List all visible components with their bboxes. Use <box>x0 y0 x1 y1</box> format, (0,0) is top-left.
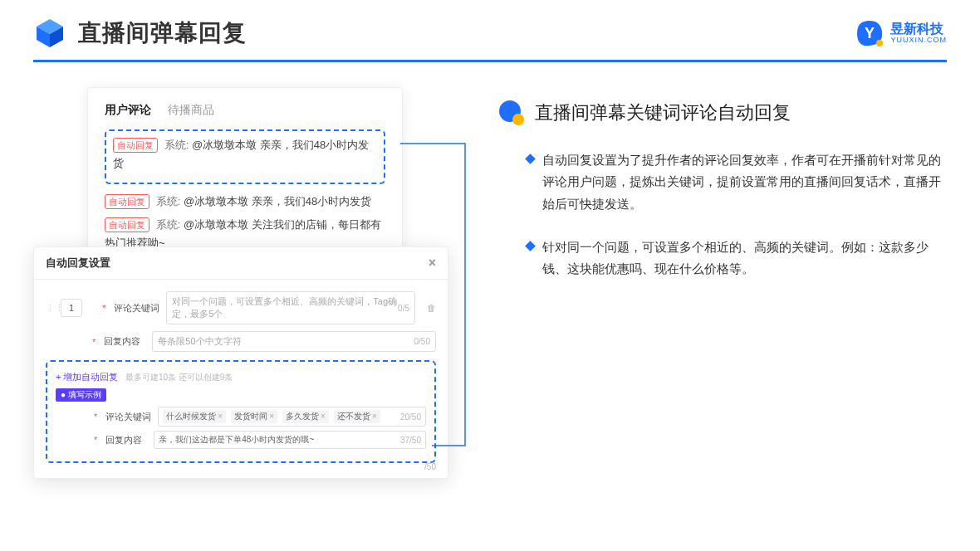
example-content-count: 37/50 <box>400 436 421 445</box>
example-highlight: + 增加自动回复 最多可建10条 还可以创建9条 ● 填写示例 * 评论关键词 … <box>46 360 436 463</box>
example-keyword-label: 评论关键词 <box>105 411 151 423</box>
tag: 还不发货× <box>334 410 380 423</box>
svg-text:Y: Y <box>865 25 875 41</box>
tag: 发货时间× <box>231 410 277 423</box>
comment-prefix: 系统: <box>156 218 181 231</box>
comment-text: @冰墩墩本墩 亲亲，我们48小时内发货 <box>184 195 371 207</box>
comment-line: 自动回复 系统: @冰墩墩本墩 亲亲，我们48小时内发货 <box>113 136 377 173</box>
example-content-input[interactable]: 亲，我们这边都是下单48小时内发货的哦~ 37/50 <box>154 431 426 449</box>
svg-point-6 <box>512 114 524 125</box>
right-column: 直播间弹幕关键词评论自动回复 自动回复设置为了提升作者的评论回复效率，作者可在开… <box>498 87 947 308</box>
bullet-text: 针对同一个问题，可设置多个相近的、高频的关键词。例如：这款多少钱、这块能优惠吗、… <box>542 236 947 280</box>
tag-remove-icon[interactable]: × <box>321 412 326 421</box>
content-input[interactable]: 每条限50个中文字符 0/50 <box>152 331 436 352</box>
svg-point-4 <box>876 40 883 46</box>
example-tags: 什么时候发货× 发货时间× 多久发货× 还不发货× <box>163 410 381 423</box>
content-row: * 回复内容 每条限50个中文字符 0/50 <box>46 331 436 352</box>
required-dot: * <box>94 412 97 422</box>
highlighted-comment: 自动回复 系统: @冰墩墩本墩 亲亲，我们48小时内发货 <box>105 129 385 184</box>
tag-remove-icon[interactable]: × <box>269 412 274 421</box>
content-placeholder: 每条限50个中文字符 <box>158 335 241 348</box>
bullet-item: 针对同一个问题，可设置多个相近的、高频的关键词。例如：这款多少钱、这块能优惠吗、… <box>498 236 947 280</box>
keyword-placeholder: 对同一个问题，可设置多个相近、高频的关键词，Tag确定，最多5个 <box>172 295 398 320</box>
required-dot: * <box>92 337 96 347</box>
keyword-label: 评论关键词 <box>114 302 159 315</box>
close-icon[interactable]: × <box>429 256 436 271</box>
add-hint: 最多可建10条 还可以创建9条 <box>125 373 233 382</box>
brand-logo: Y 昱新科技 YUUXIN.COM <box>855 19 947 47</box>
left-column: 用户评论 待播商品 自动回复 系统: @冰墩墩本墩 亲亲，我们48小时内发货 自… <box>33 87 448 308</box>
modal-title: 自动回复设置 <box>46 256 110 271</box>
tab-user-comments[interactable]: 用户评论 <box>105 103 151 118</box>
required-dot: * <box>102 303 105 313</box>
add-row: + 增加自动回复 最多可建10条 还可以创建9条 <box>56 368 426 383</box>
keyword-input[interactable]: 对同一个问题，可设置多个相近、高频的关键词，Tag确定，最多5个 0/5 <box>166 291 415 324</box>
example-keyword-row: * 评论关键词 什么时候发货× 发货时间× 多久发货× 还不发货× 20/50 <box>56 407 426 427</box>
keyword-row: ⋮⋮ 1 * 评论关键词 对同一个问题，可设置多个相近、高频的关键词，Tag确定… <box>46 291 436 324</box>
example-badge: ● 填写示例 <box>56 388 106 402</box>
add-auto-reply-button[interactable]: + 增加自动回复 <box>56 372 118 382</box>
content-label: 回复内容 <box>104 335 145 348</box>
auto-reply-pill: 自动回复 <box>113 138 158 153</box>
auto-reply-pill: 自动回复 <box>105 194 149 209</box>
tag-remove-icon[interactable]: × <box>372 412 377 421</box>
row-number: 1 <box>61 299 82 317</box>
example-content-row: * 回复内容 亲，我们这边都是下单48小时内发货的哦~ 37/50 <box>56 431 426 449</box>
section-title: 直播间弹幕关键词评论自动回复 <box>535 100 791 125</box>
brand-name-cn: 昱新科技 <box>890 22 947 37</box>
page-title: 直播间弹幕回复 <box>78 17 247 49</box>
comment-prefix: 系统: <box>156 195 181 207</box>
main-content: 用户评论 待播商品 自动回复 系统: @冰墩墩本墩 亲亲，我们48小时内发货 自… <box>0 62 980 308</box>
example-keyword-input[interactable]: 什么时候发货× 发货时间× 多久发货× 还不发货× 20/50 <box>158 407 426 427</box>
delete-icon[interactable]: 🗑 <box>427 303 436 313</box>
modal-header: 自动回复设置 × <box>34 247 448 280</box>
diamond-icon <box>525 154 536 164</box>
comment-tabs: 用户评论 待播商品 <box>105 103 385 118</box>
brand-name-en: YUUXIN.COM <box>890 37 947 45</box>
stray-count: /50 <box>424 462 436 471</box>
example-content-label: 回复内容 <box>105 434 147 446</box>
example-keyword-count: 20/50 <box>400 412 421 422</box>
brand-mark-icon: Y <box>855 19 884 47</box>
section-header: 直播间弹幕关键词评论自动回复 <box>498 100 947 126</box>
tag: 多久发货× <box>282 410 329 423</box>
diamond-icon <box>525 241 536 251</box>
required-dot: * <box>94 435 97 445</box>
bullet-text: 自动回复设置为了提升作者的评论回复效率，作者可在开播前针对常见的评论用户问题，提… <box>542 149 947 215</box>
cube-icon <box>33 17 66 50</box>
bubble-icon <box>498 100 525 126</box>
page-header: 直播间弹幕回复 Y 昱新科技 YUUXIN.COM <box>0 0 980 50</box>
tag: 什么时候发货× <box>163 410 226 423</box>
comment-prefix: 系统: <box>164 139 189 151</box>
brand-text: 昱新科技 YUUXIN.COM <box>890 22 947 44</box>
example-content-text: 亲，我们这边都是下单48小时内发货的哦~ <box>159 434 314 446</box>
header-left: 直播间弹幕回复 <box>33 17 247 50</box>
bullet-item: 自动回复设置为了提升作者的评论回复效率，作者可在开播前针对常见的评论用户问题，提… <box>498 149 947 215</box>
comment-line: 自动回复 系统: @冰墩墩本墩 亲亲，我们48小时内发货 <box>105 193 385 211</box>
tag-remove-icon[interactable]: × <box>218 412 223 421</box>
auto-reply-pill: 自动回复 <box>105 217 149 232</box>
drag-handle-icon[interactable]: ⋮⋮ <box>46 303 54 314</box>
auto-reply-settings-modal: 自动回复设置 × ⋮⋮ 1 * 评论关键词 对同一个问题，可设置多个相近、高频的… <box>33 246 448 479</box>
keyword-count: 0/5 <box>398 304 409 313</box>
modal-body: ⋮⋮ 1 * 评论关键词 对同一个问题，可设置多个相近、高频的关键词，Tag确定… <box>34 280 448 478</box>
content-count: 0/50 <box>414 337 430 346</box>
tab-pending-products[interactable]: 待播商品 <box>168 103 214 118</box>
